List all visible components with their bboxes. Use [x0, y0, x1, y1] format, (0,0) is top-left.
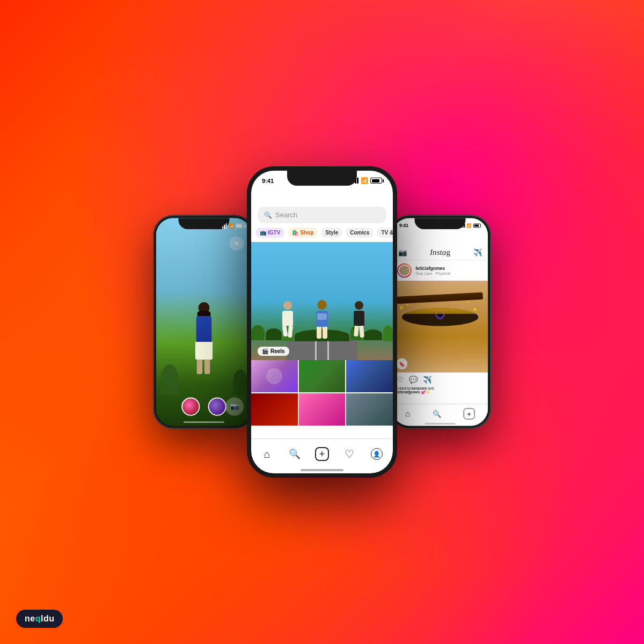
status-time-right: 9:41 — [399, 223, 408, 229]
feed-header: 📷 Instag ✈️ — [392, 229, 488, 260]
explore-main-image: 🎬 Reels — [251, 242, 393, 360]
home-indicator-left — [184, 421, 224, 423]
search-placeholder: Search — [275, 211, 297, 219]
home-indicator-right — [425, 423, 456, 425]
tab-style[interactable]: Style — [321, 228, 342, 238]
filter-bubble-1[interactable] — [181, 398, 200, 416]
status-time-center: 9:41 — [262, 178, 274, 184]
story-screen: × 📶 — [156, 218, 252, 426]
camera-icon-header[interactable]: 📷 — [398, 248, 407, 256]
post-subtitle: Dua Lipa · Physical — [415, 271, 450, 276]
nav-profile[interactable]: 👤 — [367, 444, 386, 464]
nav-heart[interactable]: ♡ — [340, 444, 359, 464]
phones-container: × 📶 — [0, 0, 644, 644]
notch-center — [287, 171, 357, 186]
reels-label: 🎬 Reels — [258, 347, 289, 356]
feed-nav-home[interactable]: ⌂ — [405, 409, 410, 418]
bottom-nav-right: ⌂ 🔍 + — [392, 404, 488, 421]
feed-screen: 9:41 📶 📷 — [392, 218, 488, 426]
close-button[interactable]: × — [230, 236, 244, 251]
tab-tv-movies[interactable]: TV & Movies — [377, 228, 393, 238]
brand-text: neqldu — [25, 614, 54, 624]
thumb-red[interactable] — [251, 393, 298, 426]
thumb-friends[interactable] — [299, 360, 346, 392]
post-username: leticiafgomes — [415, 266, 450, 271]
nav-search[interactable]: 🔍 — [285, 444, 304, 464]
post-header: leticiafgomes Dua Lipa · Physical — [392, 260, 488, 281]
bottom-nav-center: ⌂ 🔍 + ♡ 👤 — [251, 438, 393, 467]
nav-home[interactable]: ⌂ — [258, 444, 277, 464]
camera-controls — [156, 398, 252, 416]
reels-icon: 🎬 — [262, 348, 268, 354]
thumbnail-grid — [251, 360, 393, 426]
dm-icon-header[interactable]: ✈️ — [473, 248, 482, 256]
category-tabs: 📺 IGTV 🛍️ Shop Style Comics TV & Movie — [251, 228, 393, 242]
like-icon[interactable]: ♡ — [397, 376, 404, 384]
feed-nav-add[interactable]: + — [464, 408, 475, 420]
igtv-icon: 📺 — [260, 230, 266, 236]
tab-igtv[interactable]: 📺 IGTV — [255, 228, 284, 238]
explore-screen: 9:41 📶 — [251, 171, 393, 473]
feed-nav-search[interactable]: 🔍 — [433, 409, 441, 418]
post-image: 🔖 — [392, 281, 488, 372]
thumb-city[interactable] — [346, 393, 393, 426]
phone-center: 9:41 📶 — [247, 166, 397, 478]
thumb-skate[interactable] — [346, 360, 393, 392]
comment-icon[interactable]: 💬 — [409, 376, 418, 384]
thumb-pink[interactable] — [299, 393, 346, 426]
liked-by-text: Liked by kenzoere and — [392, 387, 488, 391]
shop-icon: 🛍️ — [292, 230, 298, 236]
share-icon[interactable]: ✈️ — [423, 376, 431, 384]
search-bar[interactable]: 🔍 Search — [258, 207, 386, 223]
phone-right: 9:41 📶 📷 — [389, 215, 491, 429]
filter-bubble-2[interactable] — [208, 398, 226, 416]
search-icon: 🔍 — [264, 211, 272, 219]
nav-add[interactable]: + — [312, 444, 332, 464]
instagram-logo: Instag — [430, 247, 450, 257]
brand-badge: neqldu — [16, 610, 63, 628]
tab-shop[interactable]: 🛍️ Shop — [288, 228, 318, 238]
tab-comics[interactable]: Comics — [346, 228, 374, 238]
caption: leticiafgomes 💕✨ — [392, 390, 488, 397]
phone-left: × 📶 — [153, 215, 255, 429]
brand-highlight: q — [35, 614, 41, 623]
save-icon-overlay[interactable]: 🔖 — [396, 358, 407, 369]
thumb-flowers[interactable] — [251, 360, 298, 392]
home-indicator-center — [301, 469, 343, 471]
notch-right — [415, 218, 466, 229]
post-actions: ♡ 💬 ✈️ — [392, 372, 488, 387]
avatar — [397, 264, 412, 278]
